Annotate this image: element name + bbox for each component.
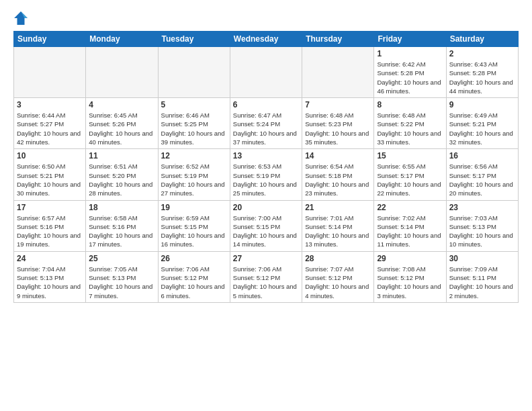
day-info: Sunrise: 7:01 AMSunset: 5:14 PMDaylight:… <box>305 214 371 249</box>
day-info: Sunrise: 6:43 AMSunset: 5:28 PMDaylight:… <box>449 60 515 95</box>
day-number: 28 <box>305 254 371 263</box>
day-info: Sunrise: 6:42 AMSunset: 5:28 PMDaylight:… <box>377 60 443 95</box>
calendar-week-5: 24 Sunrise: 7:04 AMSunset: 5:13 PMDaylig… <box>14 251 519 302</box>
logo-icon <box>13 11 28 26</box>
calendar-header-friday: Friday <box>374 32 446 47</box>
calendar-cell: 21 Sunrise: 7:01 AMSunset: 5:14 PMDaylig… <box>302 200 374 251</box>
day-info: Sunrise: 6:48 AMSunset: 5:22 PMDaylight:… <box>377 111 443 146</box>
day-number: 18 <box>89 203 154 212</box>
calendar-cell: 28 Sunrise: 7:07 AMSunset: 5:12 PMDaylig… <box>302 251 374 302</box>
calendar-header-tuesday: Tuesday <box>158 32 230 47</box>
calendar-cell: 5 Sunrise: 6:46 AMSunset: 5:25 PMDayligh… <box>158 98 230 149</box>
day-number: 12 <box>161 151 227 161</box>
calendar-cell: 15 Sunrise: 6:55 AMSunset: 5:17 PMDaylig… <box>374 149 446 200</box>
day-number: 9 <box>449 100 515 109</box>
calendar-header-row: SundayMondayTuesdayWednesdayThursdayFrid… <box>14 32 519 47</box>
calendar-cell: 3 Sunrise: 6:44 AMSunset: 5:27 PMDayligh… <box>14 98 86 149</box>
calendar-cell: 19 Sunrise: 6:59 AMSunset: 5:15 PMDaylig… <box>158 200 230 251</box>
day-info: Sunrise: 7:00 AMSunset: 5:15 PMDaylight:… <box>233 214 299 249</box>
day-info: Sunrise: 6:55 AMSunset: 5:17 PMDaylight:… <box>377 162 443 197</box>
logo <box>13 11 31 26</box>
day-number: 14 <box>305 151 371 161</box>
day-info: Sunrise: 7:09 AMSunset: 5:11 PMDaylight:… <box>449 265 515 300</box>
calendar-cell: 12 Sunrise: 6:52 AMSunset: 5:19 PMDaylig… <box>158 149 230 200</box>
calendar-cell: 24 Sunrise: 7:04 AMSunset: 5:13 PMDaylig… <box>14 251 86 302</box>
day-number: 6 <box>233 100 299 109</box>
day-info: Sunrise: 7:08 AMSunset: 5:12 PMDaylight:… <box>377 265 443 300</box>
calendar-cell: 9 Sunrise: 6:49 AMSunset: 5:21 PMDayligh… <box>446 98 518 149</box>
day-number: 13 <box>233 151 299 161</box>
calendar-cell: 23 Sunrise: 7:03 AMSunset: 5:13 PMDaylig… <box>446 200 518 251</box>
calendar-week-1: 1 Sunrise: 6:42 AMSunset: 5:28 PMDayligh… <box>14 47 519 98</box>
calendar-cell: 25 Sunrise: 7:05 AMSunset: 5:13 PMDaylig… <box>86 251 158 302</box>
header <box>13 11 519 26</box>
day-number: 29 <box>377 254 443 263</box>
day-number: 10 <box>17 151 83 161</box>
day-number: 26 <box>161 254 227 263</box>
day-info: Sunrise: 6:56 AMSunset: 5:17 PMDaylight:… <box>449 162 515 197</box>
calendar-cell: 10 Sunrise: 6:50 AMSunset: 5:21 PMDaylig… <box>14 149 86 200</box>
calendar-cell: 20 Sunrise: 7:00 AMSunset: 5:15 PMDaylig… <box>230 200 302 251</box>
day-number: 11 <box>89 151 154 161</box>
calendar-cell: 16 Sunrise: 6:56 AMSunset: 5:17 PMDaylig… <box>446 149 518 200</box>
day-info: Sunrise: 6:44 AMSunset: 5:27 PMDaylight:… <box>17 111 83 146</box>
calendar-header-wednesday: Wednesday <box>230 32 302 47</box>
calendar-cell: 17 Sunrise: 6:57 AMSunset: 5:16 PMDaylig… <box>14 200 86 251</box>
calendar-cell: 7 Sunrise: 6:48 AMSunset: 5:23 PMDayligh… <box>302 98 374 149</box>
calendar-header-saturday: Saturday <box>446 32 518 47</box>
calendar-header-sunday: Sunday <box>14 32 86 47</box>
day-info: Sunrise: 6:51 AMSunset: 5:20 PMDaylight:… <box>89 162 154 197</box>
calendar-cell: 30 Sunrise: 7:09 AMSunset: 5:11 PMDaylig… <box>446 251 518 302</box>
calendar-cell: 26 Sunrise: 7:06 AMSunset: 5:12 PMDaylig… <box>158 251 230 302</box>
calendar-week-3: 10 Sunrise: 6:50 AMSunset: 5:21 PMDaylig… <box>14 149 519 200</box>
day-info: Sunrise: 7:06 AMSunset: 5:12 PMDaylight:… <box>233 265 299 300</box>
calendar-header-monday: Monday <box>86 32 158 47</box>
calendar-cell: 6 Sunrise: 6:47 AMSunset: 5:24 PMDayligh… <box>230 98 302 149</box>
day-info: Sunrise: 6:59 AMSunset: 5:15 PMDaylight:… <box>161 214 227 249</box>
calendar-header-thursday: Thursday <box>302 32 374 47</box>
calendar-cell: 11 Sunrise: 6:51 AMSunset: 5:20 PMDaylig… <box>86 149 158 200</box>
calendar-cell <box>14 47 86 98</box>
day-info: Sunrise: 7:07 AMSunset: 5:12 PMDaylight:… <box>305 265 371 300</box>
day-number: 25 <box>89 254 154 263</box>
page: SundayMondayTuesdayWednesdayThursdayFrid… <box>0 0 532 411</box>
day-number: 3 <box>17 100 83 109</box>
day-info: Sunrise: 7:05 AMSunset: 5:13 PMDaylight:… <box>89 265 154 300</box>
day-number: 8 <box>377 100 443 109</box>
day-info: Sunrise: 6:50 AMSunset: 5:21 PMDaylight:… <box>17 162 83 197</box>
calendar-cell: 18 Sunrise: 6:58 AMSunset: 5:16 PMDaylig… <box>86 200 158 251</box>
day-number: 22 <box>377 203 443 212</box>
day-info: Sunrise: 6:46 AMSunset: 5:25 PMDaylight:… <box>161 111 227 146</box>
calendar-cell: 13 Sunrise: 6:53 AMSunset: 5:19 PMDaylig… <box>230 149 302 200</box>
calendar-cell <box>86 47 158 98</box>
calendar-cell: 14 Sunrise: 6:54 AMSunset: 5:18 PMDaylig… <box>302 149 374 200</box>
calendar-cell <box>230 47 302 98</box>
day-number: 19 <box>161 203 227 212</box>
calendar-cell: 27 Sunrise: 7:06 AMSunset: 5:12 PMDaylig… <box>230 251 302 302</box>
day-info: Sunrise: 7:02 AMSunset: 5:14 PMDaylight:… <box>377 214 443 249</box>
calendar-cell: 8 Sunrise: 6:48 AMSunset: 5:22 PMDayligh… <box>374 98 446 149</box>
calendar-week-4: 17 Sunrise: 6:57 AMSunset: 5:16 PMDaylig… <box>14 200 519 251</box>
day-number: 16 <box>449 151 515 161</box>
day-info: Sunrise: 6:45 AMSunset: 5:26 PMDaylight:… <box>89 111 154 146</box>
calendar-cell: 2 Sunrise: 6:43 AMSunset: 5:28 PMDayligh… <box>446 47 518 98</box>
day-number: 21 <box>305 203 371 212</box>
day-number: 30 <box>449 254 515 263</box>
calendar-cell <box>302 47 374 98</box>
day-info: Sunrise: 6:57 AMSunset: 5:16 PMDaylight:… <box>17 214 83 249</box>
calendar-cell <box>158 47 230 98</box>
calendar-week-2: 3 Sunrise: 6:44 AMSunset: 5:27 PMDayligh… <box>14 98 519 149</box>
day-info: Sunrise: 7:03 AMSunset: 5:13 PMDaylight:… <box>449 214 515 249</box>
day-info: Sunrise: 6:53 AMSunset: 5:19 PMDaylight:… <box>233 162 299 197</box>
day-number: 1 <box>377 49 443 58</box>
day-number: 23 <box>449 203 515 212</box>
calendar-cell: 4 Sunrise: 6:45 AMSunset: 5:26 PMDayligh… <box>86 98 158 149</box>
day-info: Sunrise: 6:54 AMSunset: 5:18 PMDaylight:… <box>305 162 371 197</box>
calendar-cell: 1 Sunrise: 6:42 AMSunset: 5:28 PMDayligh… <box>374 47 446 98</box>
calendar-cell: 22 Sunrise: 7:02 AMSunset: 5:14 PMDaylig… <box>374 200 446 251</box>
calendar-cell: 29 Sunrise: 7:08 AMSunset: 5:12 PMDaylig… <box>374 251 446 302</box>
day-number: 4 <box>89 100 154 109</box>
day-number: 2 <box>449 49 515 58</box>
day-number: 7 <box>305 100 371 109</box>
day-number: 27 <box>233 254 299 263</box>
